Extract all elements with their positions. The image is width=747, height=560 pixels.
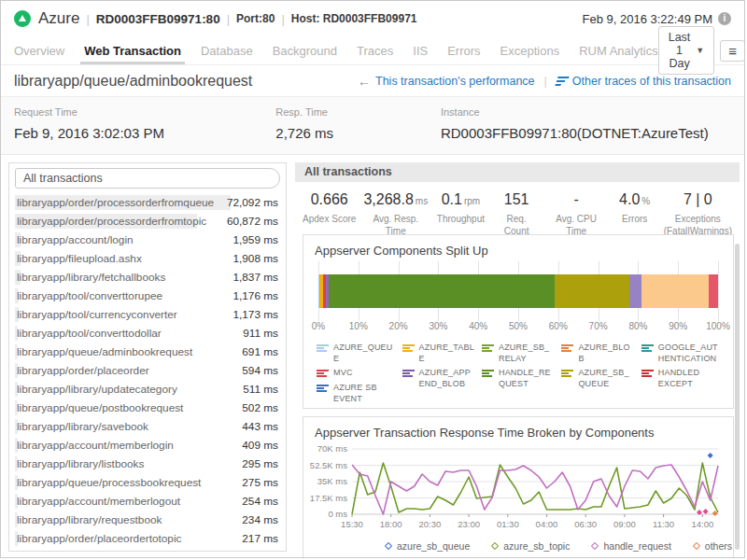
transaction-row[interactable]: libraryapp/tool/currencyconverter1,173 m…: [9, 305, 286, 324]
transactions-panel: All transactions libraryapp/order/proces…: [8, 162, 287, 552]
legend-item: HANDLE_REQUEST: [482, 368, 554, 389]
tab-iis[interactable]: IIS: [413, 36, 428, 64]
y-tick-label: 52.5K ms: [310, 460, 347, 470]
response-time-chart-title: Appserver Transaction Response Time Brok…: [303, 417, 733, 441]
transaction-row[interactable]: libraryapp/account/memberlogout254 ms: [9, 492, 286, 511]
transaction-name: libraryapp/account/memberlogout: [17, 495, 236, 508]
legend-row: azure_sb_queueazure_sb_topichandle_reque…: [386, 540, 733, 552]
chevron-down-icon: ▼: [696, 46, 704, 55]
legend-item: AZURE_BLOB: [561, 343, 633, 364]
legend-column: GOOGLE_AUTHENTICATIONHANDLED EXCEPT: [641, 343, 724, 408]
tab-database[interactable]: Database: [201, 36, 253, 64]
transaction-time: 1,173 ms: [233, 308, 278, 321]
transaction-row[interactable]: libraryapp/library/fetchallbooks1,837 ms: [9, 268, 286, 287]
stat-apdex-score: 0.666Apdex Score: [299, 191, 359, 229]
tab-rum-analytics[interactable]: RUM Analytics: [579, 36, 658, 64]
monitor-host: Host: RD0003FFB09971: [291, 12, 417, 25]
x-tick-label: 30%: [429, 321, 447, 331]
transaction-detail-strip: Request TimeFeb 9, 2016 3:02:03 PMResp. …: [1, 97, 744, 155]
stat-errors: 4.0%Errors: [610, 191, 660, 229]
transaction-row[interactable]: libraryapp/account/memberlogin409 ms: [9, 436, 286, 455]
transaction-time: 275 ms: [242, 476, 278, 489]
transaction-time: 254 ms: [242, 495, 278, 508]
x-tick-label: 14:00: [691, 519, 713, 529]
legend-label: AZURE_SB_QUEUE: [578, 368, 633, 389]
legend-label: HANDLE_REQUEST: [499, 368, 554, 389]
scrollbar[interactable]: [735, 244, 740, 550]
link-transaction-performance[interactable]: ← This transaction's performance: [358, 74, 535, 89]
transaction-row[interactable]: libraryapp/order/placeordertotopic217 ms: [9, 529, 286, 548]
transaction-row[interactable]: libraryapp/tool/converttodollar911 ms: [9, 324, 286, 343]
transaction-row[interactable]: libraryapp/order/processorderfromtopic60…: [9, 212, 286, 231]
y-tick-label: 70K ms: [317, 443, 347, 454]
transactions-list: libraryapp/order/processorderfromqueue72…: [9, 191, 286, 552]
stat-unit: rpm: [464, 196, 480, 206]
transaction-row[interactable]: libraryapp/order/processorderfromqueue72…: [9, 193, 286, 212]
point-azure_sb_queue: [708, 453, 713, 458]
top-bar: Azure | RD0003FFB09971:80 | Port:80 | Ho…: [1, 1, 744, 36]
legend-label: AZURE SB EVENT: [333, 383, 395, 404]
azure-monitor-logo-icon: [14, 10, 31, 27]
tab-traces[interactable]: Traces: [357, 36, 393, 64]
x-tick-label: 04:00: [536, 519, 558, 529]
transaction-name: libraryapp/tool/converttorupee: [17, 289, 227, 302]
tab-overview[interactable]: Overview: [14, 36, 64, 64]
transaction-time: 1,837 ms: [233, 271, 278, 284]
legend-item: GOOGLE_AUTHENTICATION: [641, 343, 724, 364]
stat-unit: %: [641, 196, 650, 206]
legend-item: AZURE_TABLE: [402, 343, 474, 364]
transaction-name: libraryapp/library/updatecategory: [17, 383, 237, 396]
legend-item-azure_sb_topic: azure_sb_topic: [492, 540, 570, 552]
y-tick-label: 35K ms: [317, 476, 347, 486]
stat-value: 4.0%: [613, 191, 656, 208]
tab-exceptions[interactable]: Exceptions: [500, 36, 560, 64]
x-tick-label: 50%: [509, 321, 528, 331]
hamburger-menu-button[interactable]: ≡: [720, 40, 745, 62]
info-icon[interactable]: i: [718, 12, 731, 25]
bar-segment-azure_sb_queue: [555, 274, 629, 308]
tab-errors[interactable]: Errors: [447, 36, 480, 64]
stats-row: 0.666Apdex Score3,268.8msAvg. Resp. Time…: [295, 182, 740, 234]
legend-label: azure_sb_topic: [503, 540, 570, 552]
transaction-name: libraryapp/account/login: [17, 233, 227, 246]
transaction-time: 691 ms: [242, 345, 278, 358]
legend-column: AZURE_BLOBAZURE_SB_QUEUE: [561, 343, 633, 408]
transaction-row[interactable]: libraryapp/library/listbooks295 ms: [9, 455, 286, 473]
bar-segment-azure_blob: [641, 274, 709, 308]
transaction-time: 295 ms: [242, 457, 278, 470]
x-tick-label: 11:30: [653, 519, 674, 529]
transaction-time: 234 ms: [242, 513, 278, 526]
transaction-row[interactable]: libraryapp/queue/postbookrequest502 ms: [9, 399, 286, 417]
trace-list-icon: [555, 77, 569, 86]
link-other-traces[interactable]: Other traces of this transaction: [557, 75, 731, 88]
transaction-row[interactable]: libraryapp/tool/converttorupee1,176 ms: [9, 287, 286, 305]
transaction-row[interactable]: libraryapp/order/placeorder594 ms: [9, 361, 286, 380]
point-azure_table: [703, 509, 709, 514]
transaction-row[interactable]: libraryapp/library/updatecategory511 ms: [9, 380, 286, 399]
detail-value: 2,726 ms: [275, 125, 441, 141]
legend-label: AZURE_SB_RELAY: [499, 343, 554, 364]
legend-item-handle_request: handle_request: [592, 540, 670, 552]
diamond-marker-icon: [591, 542, 599, 550]
transaction-row[interactable]: libraryapp/library/savebook443 ms: [9, 417, 286, 436]
transaction-time: 217 ms: [242, 532, 278, 545]
transaction-time: 502 ms: [242, 401, 278, 414]
legend-item: AZURE_SB_QUEUE: [561, 368, 633, 389]
transactions-filter-dropdown[interactable]: All transactions: [15, 168, 280, 189]
transaction-row[interactable]: libraryapp/queue/adminbookrequest691 ms: [9, 343, 286, 361]
transaction-name: libraryapp/queue/postbookrequest: [17, 401, 236, 414]
tab-web-transaction[interactable]: Web Transaction: [84, 36, 181, 64]
scrollbar-thumb[interactable]: [735, 244, 740, 550]
time-period-dropdown[interactable]: Last 1 Day ▼: [658, 26, 715, 75]
transaction-row[interactable]: libraryapp/fileupload.ashx1,908 ms: [9, 249, 286, 268]
transaction-row[interactable]: libraryapp/queue/processbookrequest275 m…: [9, 473, 286, 492]
transaction-name: libraryapp/queue/processbookrequest: [17, 476, 236, 489]
legend-column: AZURE_QUEUEMVCAZURE SB EVENT: [317, 343, 395, 408]
transaction-row[interactable]: libraryapp/library/requestbook234 ms: [9, 511, 286, 529]
tab-background[interactable]: Background: [273, 36, 337, 64]
legend-bars-icon: [482, 343, 494, 364]
transaction-row[interactable]: libraryapp/account/login1,959 ms: [9, 231, 286, 249]
stat-avg-resp-time: 3,268.8msAvg. Resp. Time: [359, 191, 431, 229]
legend-bars-icon: [561, 368, 573, 389]
time-period-label: Last 1 Day: [669, 31, 691, 70]
